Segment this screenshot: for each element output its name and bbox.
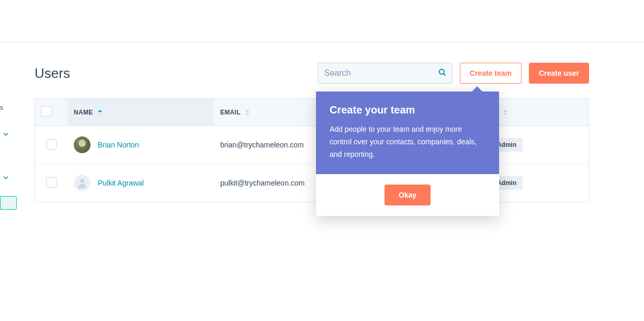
user-email: brian@trychameleon.com [220, 141, 304, 149]
popover-okay-button[interactable]: Okay [385, 185, 431, 205]
chevron-down-icon[interactable] [2, 174, 9, 184]
search-input[interactable] [318, 63, 453, 84]
main-content: Users Create team Create user NAME [35, 63, 589, 202]
sort-indicator-icon [98, 110, 102, 115]
search-icon[interactable] [438, 68, 446, 78]
search-wrap [318, 63, 453, 84]
create-user-button[interactable]: Create user [529, 63, 589, 84]
sidebar-fragment-label: s [0, 104, 3, 111]
avatar [74, 136, 91, 153]
sidebar-fragment: s [0, 0, 18, 321]
sidebar-selected-fragment[interactable] [0, 196, 17, 210]
user-cell: Brian Norton [74, 136, 208, 153]
svg-line-1 [444, 74, 445, 75]
select-all-checkbox[interactable] [41, 106, 52, 117]
users-table: NAME EMAIL ACCESS [35, 98, 589, 202]
table-header-row: NAME EMAIL ACCESS [35, 99, 589, 126]
popover-body: Create your team Add people to your team… [316, 91, 499, 174]
row-checkbox[interactable] [46, 177, 57, 188]
popover-footer: Okay [316, 174, 499, 216]
header-row: Users Create team Create user [35, 63, 589, 84]
user-name-link[interactable]: Pulkit Agrawal [98, 179, 144, 187]
popover-text: Add people to your team and enjoy more c… [330, 123, 485, 160]
sort-indicator-icon [245, 110, 250, 115]
user-email: pulkit@trychameleon.com [220, 179, 304, 187]
avatar [74, 175, 91, 191]
user-name-link[interactable]: Brian Norton [98, 141, 139, 149]
chevron-down-icon[interactable] [2, 131, 9, 140]
user-cell: Pulkit Agrawal [74, 175, 208, 191]
column-header-name[interactable]: NAME [67, 99, 214, 126]
svg-point-2 [80, 179, 84, 183]
popover-arrow-icon [471, 86, 483, 93]
top-divider [0, 42, 644, 42]
sort-indicator-icon [503, 110, 507, 115]
column-label: NAME [74, 109, 93, 116]
create-team-popover: Create your team Add people to your team… [316, 91, 499, 216]
popover-title: Create your team [330, 104, 485, 116]
table-row[interactable]: Pulkit Agrawal pulkit@trychameleon.com S… [35, 164, 589, 202]
page-title: Users [35, 65, 318, 82]
column-label: EMAIL [220, 109, 241, 116]
create-team-button[interactable]: Create team [460, 63, 522, 84]
row-checkbox[interactable] [46, 139, 57, 150]
table-row[interactable]: Brian Norton brian@trychameleon.com Supe… [35, 126, 589, 164]
header-select-all [35, 99, 67, 126]
